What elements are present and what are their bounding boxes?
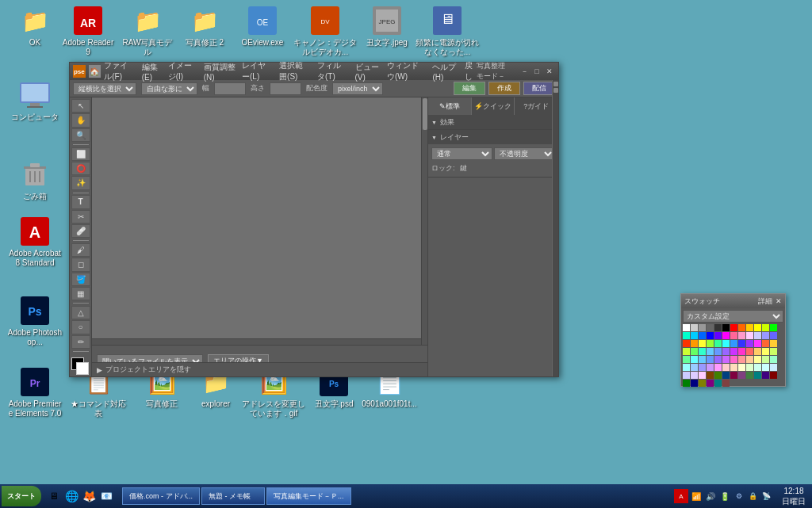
height-input[interactable] [270,82,301,95]
color-swatch-cell[interactable] [746,324,753,331]
tool-zoom[interactable]: 🔍 [71,128,90,142]
color-swatch-cell[interactable] [754,340,761,347]
effects-header[interactable]: 効果 [428,115,558,129]
color-swatch-cell[interactable] [683,340,690,347]
color-swatch-cell[interactable] [699,372,706,379]
menu-quality[interactable]: 画質調整(N) [204,62,236,82]
color-swatch-cell[interactable] [770,356,777,363]
color-swatch-cell[interactable] [770,364,777,371]
swatches-preset-select[interactable]: カスタム設定 [683,310,783,323]
color-swatch-cell[interactable] [714,340,722,347]
width-input[interactable] [214,82,246,95]
color-swatch-cell[interactable] [738,356,745,363]
color-swatch-cell[interactable] [699,324,706,331]
share-tab-btn[interactable]: 配信 [523,82,555,95]
color-swatch-cell[interactable] [714,356,722,363]
color-swatch-cell[interactable] [730,364,737,371]
tool-arrow[interactable]: ↖ [71,99,90,113]
color-swatch-cell[interactable] [754,372,761,379]
desktop-icon-acrobat[interactable]: A Adobe Acrobat 8 Standard [6,216,63,268]
select-mode[interactable]: 縦横比を選択 [73,82,136,95]
color-swatch-cell[interactable] [730,372,737,379]
color-swatch-cell[interactable] [770,372,777,379]
color-swatch-cell[interactable] [762,332,769,339]
color-swatch-cell[interactable] [762,348,769,355]
layers-header[interactable]: レイヤー [428,130,558,144]
tray-acrobat-icon[interactable]: A [674,489,688,503]
pse-canvas-area[interactable]: 開いているファイルを表示 エリアの操作▼ ▶ プロジェクトエリアを隠す [92,97,427,376]
color-swatch-cell[interactable] [730,324,737,331]
menu-file[interactable]: ファイル(F) [104,60,135,82]
edit-tab-btn[interactable]: 編集 [454,82,485,95]
color-swatch-cell[interactable] [746,372,753,379]
color-swatch-cell[interactable] [714,332,722,339]
background-color[interactable] [76,362,89,375]
menu-select[interactable]: 選択範囲(S) [279,60,311,82]
maximize-button[interactable]: □ [531,66,542,77]
tray-icon-3[interactable]: 📡 [760,490,772,502]
color-swatch-cell[interactable] [699,340,706,347]
panel-tab-standard[interactable]: ✎ 標準 [428,97,472,115]
tool-select-lasso[interactable]: ⭕ [71,162,90,175]
start-button[interactable]: スタート [2,486,41,506]
color-swatch-cell[interactable] [707,380,714,387]
vertical-scrollbar[interactable] [421,97,427,345]
swatches-close[interactable]: ✕ [776,297,782,305]
color-swatch-cell[interactable] [738,340,745,347]
tool-brush[interactable]: 🖌 [71,243,90,257]
color-swatch-cell[interactable] [714,372,722,379]
color-swatch-cell[interactable] [707,348,714,355]
color-swatch-cell[interactable] [683,324,690,331]
color-swatch-cell[interactable] [730,356,737,363]
menu-edit[interactable]: 編集(E) [142,62,162,82]
color-swatch-cell[interactable] [722,372,730,379]
color-swatch-cell[interactable] [691,356,698,363]
outlook-icon[interactable]: 📧 [98,488,114,504]
tool-pen[interactable]: ✏ [71,335,90,349]
desktop-icon-power[interactable]: 🖥 頻繁に電源が切れなくなった... [416,5,479,57]
color-swatch-cell[interactable] [762,364,769,371]
color-swatch-cell[interactable] [754,324,761,331]
color-swatch-cell[interactable] [683,364,690,371]
color-swatch-cell[interactable] [707,356,714,363]
firefox-icon[interactable]: 🦊 [81,488,97,504]
color-swatch-cell[interactable] [754,356,761,363]
color-swatch-cell[interactable] [707,332,714,339]
color-swatch-cell[interactable] [730,348,737,355]
menu-layer[interactable]: レイヤー(L) [242,60,273,82]
menu-help[interactable]: ヘルプ(H) [432,62,458,82]
menu-filter[interactable]: フィルタ(T) [317,60,348,82]
color-swatch-cell[interactable] [762,324,769,331]
desktop-icon-photo-edit[interactable]: 📁 写真修正 2 [176,5,233,48]
task-notepad[interactable]: 無題 - メモ帳 [201,487,265,505]
tool-select-rect[interactable]: ⬜ [71,147,90,161]
panel-tab-quick[interactable]: ⚡ クイック [472,97,515,115]
tray-icon-1[interactable]: ⚙ [733,490,745,502]
tool-eraser[interactable]: ◻ [71,258,90,271]
color-swatch-cell[interactable] [738,332,745,339]
tool-dodge[interactable]: ○ [71,320,90,334]
menu-window[interactable]: ウィンドウ(W) [387,60,426,82]
color-swatch-cell[interactable] [754,348,761,355]
tool-move[interactable]: ✋ [71,113,90,127]
color-swatch-cell[interactable] [714,324,722,331]
task-pse[interactable]: 写真編集モード－Ｐ... [266,487,351,505]
color-swatch-cell[interactable] [683,356,690,363]
color-swatch-cell[interactable] [699,364,706,371]
color-swatch-cell[interactable] [770,348,777,355]
color-swatch-cell[interactable] [722,332,730,339]
color-swatch-cell[interactable] [762,356,769,363]
color-swatch-cell[interactable] [691,372,698,379]
desktop-icon-photoshop[interactable]: Ps Adobe Photoshop... [6,295,63,347]
color-swatch-cell[interactable] [730,340,737,347]
task-price[interactable]: 価格.com - アドバ... [122,487,200,505]
tray-speaker-icon[interactable]: 🔊 [704,490,717,502]
color-swatch-cell[interactable] [754,332,761,339]
tray-battery-icon[interactable]: 🔋 [718,490,731,502]
color-swatch-cell[interactable] [714,364,722,371]
swatches-detail[interactable]: 詳細 [758,296,772,307]
color-swatch-cell[interactable] [722,340,730,347]
color-swatch-cell[interactable] [730,332,737,339]
tray-network-icon[interactable]: 📶 [690,490,703,502]
tool-crop[interactable]: ✂ [71,210,90,223]
